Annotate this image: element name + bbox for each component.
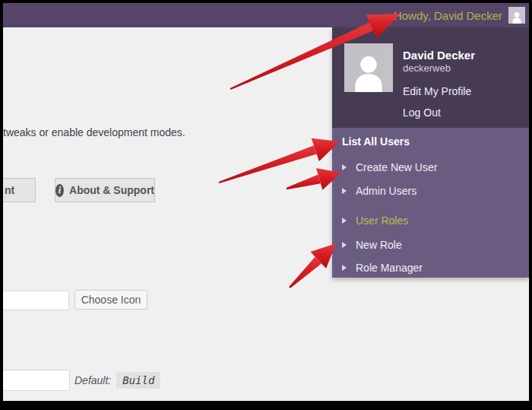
user-dropdown-menu: David Decker deckerweb Edit My Profile L…: [332, 27, 529, 278]
menu-item-new-role[interactable]: New Role: [342, 239, 402, 251]
intro-text: tweaks or enable development modes.: [3, 126, 185, 138]
submenu-arrow-icon: [342, 242, 347, 248]
menu-item-create-new-user[interactable]: Create New User: [342, 161, 437, 173]
info-icon: i: [55, 184, 64, 197]
howdy-menu[interactable]: Howdy, David Decker: [394, 3, 525, 27]
howdy-label: Howdy, David Decker: [394, 9, 502, 22]
tab-about-support-label: About & Support: [69, 184, 154, 196]
user-avatar-large-icon: [344, 43, 393, 92]
default-value-code: Build: [116, 372, 160, 389]
edit-profile-link[interactable]: Edit My Profile: [403, 85, 475, 97]
admin-toolbar: Howdy, David Decker: [3, 3, 529, 27]
menu-item-user-roles[interactable]: User Roles: [342, 215, 408, 227]
default-label: Default:: [74, 374, 111, 386]
submenu-arrow-icon: [342, 164, 347, 170]
log-out-link[interactable]: Log Out: [403, 106, 475, 119]
icon-input[interactable]: [3, 291, 69, 310]
users-submenu-section: List All Users Create New User Admin Use…: [332, 128, 529, 278]
menu-item-admin-users[interactable]: Admin Users: [342, 185, 416, 197]
tab-partial-label: nt: [5, 184, 14, 196]
submenu-arrow-icon: [342, 265, 347, 271]
submenu-arrow-icon: [342, 188, 347, 194]
user-avatar-small-icon: [508, 7, 525, 24]
tab-about-support[interactable]: i About & Support: [55, 178, 155, 202]
user-login-name: deckerweb: [403, 62, 475, 75]
label-input[interactable]: [3, 370, 70, 391]
menu-item-role-manager[interactable]: Role Manager: [342, 262, 423, 274]
choose-icon-button[interactable]: Choose Icon: [74, 290, 147, 310]
user-info-section: David Decker deckerweb Edit My Profile L…: [332, 27, 529, 128]
user-display-name: David Decker: [403, 49, 475, 62]
tab-partial[interactable]: nt: [3, 178, 36, 202]
submenu-arrow-icon: [342, 218, 347, 224]
list-all-users-heading[interactable]: List All Users: [342, 135, 410, 148]
default-value-row: Default: Build: [74, 372, 160, 389]
user-info-column: David Decker deckerweb Edit My Profile L…: [403, 49, 475, 119]
